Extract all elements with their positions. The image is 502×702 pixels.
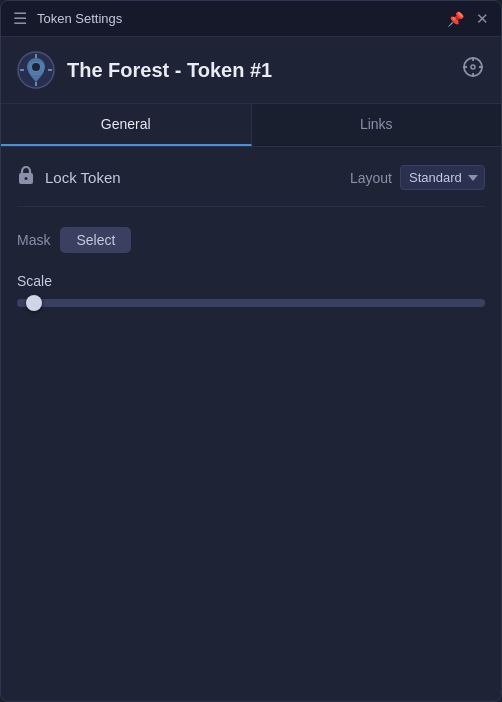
scale-section: Scale xyxy=(17,273,485,307)
svg-point-12 xyxy=(471,65,475,69)
scale-label: Scale xyxy=(17,273,485,289)
tabs: General Links xyxy=(1,104,501,147)
mask-row: Mask Select xyxy=(17,227,485,253)
svg-point-14 xyxy=(25,177,28,180)
pin-icon[interactable]: 📌 xyxy=(447,11,464,27)
mask-label: Mask xyxy=(17,232,50,248)
layout-label: Layout xyxy=(350,170,392,186)
lock-icon xyxy=(17,165,35,190)
titlebar: ☰ Token Settings 📌 ✕ xyxy=(1,1,501,37)
scale-slider[interactable] xyxy=(17,299,485,307)
window: ☰ Token Settings 📌 ✕ ⛃ The Forest - Toke… xyxy=(0,0,502,702)
token-title: The Forest - Token #1 xyxy=(67,59,461,82)
tab-links[interactable]: Links xyxy=(252,104,502,146)
lock-group: Lock Token xyxy=(17,165,121,190)
token-icon: ⛃ xyxy=(17,51,55,89)
tab-general[interactable]: General xyxy=(1,104,252,146)
select-button[interactable]: Select xyxy=(60,227,131,253)
lock-token-row: Lock Token Layout Standard Custom Auto xyxy=(17,165,485,207)
svg-point-2 xyxy=(32,63,40,71)
menu-icon[interactable]: ☰ xyxy=(13,9,27,28)
layout-group: Layout Standard Custom Auto xyxy=(350,165,485,190)
close-icon[interactable]: ✕ xyxy=(476,10,489,28)
token-header: ⛃ The Forest - Token #1 xyxy=(1,37,501,104)
lock-label: Lock Token xyxy=(45,169,121,186)
layout-select[interactable]: Standard Custom Auto xyxy=(400,165,485,190)
window-title: Token Settings xyxy=(37,11,447,26)
content-area: Lock Token Layout Standard Custom Auto M… xyxy=(1,147,501,701)
crosshair-icon[interactable] xyxy=(461,55,485,85)
